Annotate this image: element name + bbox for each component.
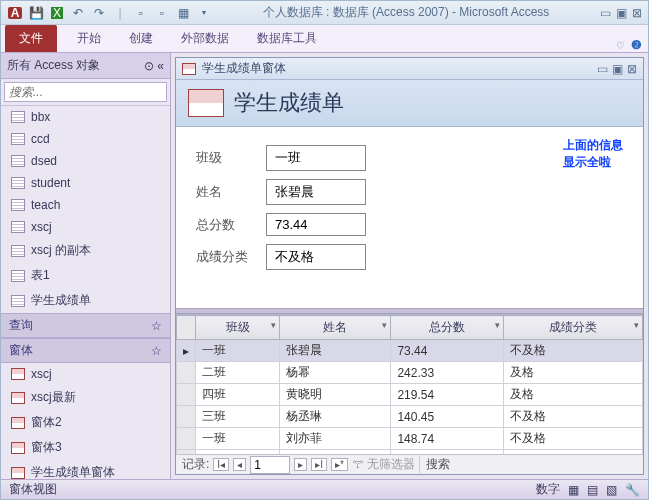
excel-export-icon[interactable]: X [49, 5, 65, 21]
row-selector[interactable] [177, 406, 196, 428]
view-design-icon[interactable]: 🔧 [625, 483, 640, 497]
nav-table-item[interactable]: 表1 [1, 263, 170, 288]
table-row[interactable]: 四班黄晓明219.54及格 [177, 384, 643, 406]
chevron-icon: ☆ [151, 344, 162, 358]
save-icon[interactable]: 💾 [28, 5, 44, 21]
table-row[interactable]: 一班刘亦菲148.74不及格 [177, 428, 643, 450]
nav-form-item[interactable]: 学生成绩单窗体 [1, 460, 170, 479]
tab-external[interactable]: 外部数据 [167, 25, 243, 52]
sub-max-icon[interactable]: ▣ [612, 62, 623, 76]
cell[interactable]: 黄晓明 [280, 384, 391, 406]
cell[interactable]: 四班 [196, 384, 280, 406]
redo-icon[interactable]: ↷ [91, 5, 107, 21]
nav-cat-query[interactable]: 查询☆ [1, 313, 170, 338]
search-label[interactable]: 搜索 [419, 456, 450, 473]
tab-dbtools[interactable]: 数据库工具 [243, 25, 331, 52]
ribbon-min-icon[interactable]: ♡ [616, 40, 625, 51]
nav-form-item[interactable]: 窗体3 [1, 435, 170, 460]
view-form-icon[interactable]: ▦ [568, 483, 579, 497]
view-layout-icon[interactable]: ▧ [606, 483, 617, 497]
cell[interactable]: 及格 [504, 362, 643, 384]
table-row[interactable]: 三班杨丞琳140.45不及格 [177, 406, 643, 428]
column-header[interactable]: 总分数▾ [391, 316, 504, 340]
cat-field[interactable]: 不及格 [266, 244, 366, 270]
next-record-button[interactable]: ▸ [294, 458, 307, 471]
cell[interactable]: 杨幂 [280, 362, 391, 384]
name-field[interactable]: 张碧晨 [266, 179, 366, 205]
cell[interactable]: 140.45 [391, 406, 504, 428]
prev-record-button[interactable]: ◂ [233, 458, 246, 471]
nav-cat-form[interactable]: 窗体☆ [1, 338, 170, 363]
cell[interactable]: 不及格 [504, 340, 643, 362]
row-selector[interactable] [177, 428, 196, 450]
cell[interactable]: 刘亦菲 [280, 428, 391, 450]
cell[interactable]: 张碧晨 [280, 340, 391, 362]
dropdown-icon[interactable]: ▾ [271, 320, 276, 330]
row-selector[interactable]: ▸ [177, 340, 196, 362]
cell[interactable]: 二班 [196, 362, 280, 384]
cell[interactable]: 148.74 [391, 428, 504, 450]
record-number-input[interactable] [250, 456, 290, 474]
nav-table-item[interactable]: student [1, 172, 170, 194]
nav-table-item[interactable]: bbx [1, 106, 170, 128]
subform-titlebar: 学生成绩单窗体 ▭ ▣ ⊠ [176, 58, 643, 80]
nav-form-item[interactable]: 窗体2 [1, 410, 170, 435]
tab-file[interactable]: 文件 [5, 25, 57, 52]
undo-icon[interactable]: ↶ [70, 5, 86, 21]
maximize-icon[interactable]: ▣ [616, 6, 627, 20]
row-selector[interactable] [177, 384, 196, 406]
cell[interactable]: 不及格 [504, 406, 643, 428]
cell[interactable]: 219.54 [391, 384, 504, 406]
cell[interactable]: 242.33 [391, 362, 504, 384]
nav-table-item[interactable]: xscj 的副本 [1, 238, 170, 263]
table-icon[interactable]: ▦ [175, 5, 191, 21]
cell[interactable]: 不及格 [504, 428, 643, 450]
nav-form-item[interactable]: xscj [1, 363, 170, 385]
nav-table-item[interactable]: dsed [1, 150, 170, 172]
dropdown-icon[interactable]: ▾ [634, 320, 639, 330]
table-row[interactable]: 二班杨幂242.33及格 [177, 362, 643, 384]
close-icon[interactable]: ⊠ [632, 6, 642, 20]
dropdown-icon[interactable]: ▾ [495, 320, 500, 330]
dropdown-icon[interactable]: ▾ [382, 320, 387, 330]
table-row[interactable]: ▸一班张碧晨73.44不及格 [177, 340, 643, 362]
nav-collapse-icon[interactable]: ⊙ « [144, 59, 164, 73]
tab-create[interactable]: 创建 [115, 25, 167, 52]
table-icon [11, 245, 25, 257]
minimize-icon[interactable]: ▭ [600, 6, 611, 20]
table-icon [11, 155, 25, 167]
tab-home[interactable]: 开始 [63, 25, 115, 52]
nav-form-item[interactable]: xscj最新 [1, 385, 170, 410]
qat-icon[interactable]: ▫ [133, 5, 149, 21]
last-record-button[interactable]: ▸I [311, 458, 327, 471]
view-ds-icon[interactable]: ▤ [587, 483, 598, 497]
qat-icon2[interactable]: ▫ [154, 5, 170, 21]
qat-dropdown-icon[interactable]: ▾ [196, 5, 212, 21]
sub-close-icon[interactable]: ⊠ [627, 62, 637, 76]
help-icon[interactable]: ❷ [631, 38, 642, 52]
nav-table-item[interactable]: xscj [1, 216, 170, 238]
class-field[interactable]: 一班 [266, 145, 366, 171]
nav-table-item[interactable]: teach [1, 194, 170, 216]
search-input[interactable] [4, 82, 167, 102]
sub-min-icon[interactable]: ▭ [597, 62, 608, 76]
nav-table-item[interactable]: 学生成绩单 [1, 288, 170, 313]
cell[interactable]: 三班 [196, 406, 280, 428]
nav-body: bbxccddsedstudentteachxscjxscj 的副本表1学生成绩… [1, 106, 170, 479]
cell[interactable]: 一班 [196, 340, 280, 362]
first-record-button[interactable]: I◂ [213, 458, 229, 471]
cell[interactable]: 及格 [504, 384, 643, 406]
score-field[interactable]: 73.44 [266, 213, 366, 236]
row-selector[interactable] [177, 362, 196, 384]
cell[interactable]: 杨丞琳 [280, 406, 391, 428]
row-selector-header[interactable] [177, 316, 196, 340]
cell[interactable]: 一班 [196, 428, 280, 450]
nav-table-item[interactable]: ccd [1, 128, 170, 150]
cell[interactable]: 73.44 [391, 340, 504, 362]
column-header[interactable]: 姓名▾ [280, 316, 391, 340]
new-record-button[interactable]: ▸* [331, 458, 348, 471]
column-header[interactable]: 班级▾ [196, 316, 280, 340]
nav-header[interactable]: 所有 Access 对象 ⊙ « [1, 53, 170, 79]
column-header[interactable]: 成绩分类▾ [504, 316, 643, 340]
form-icon [11, 442, 25, 454]
